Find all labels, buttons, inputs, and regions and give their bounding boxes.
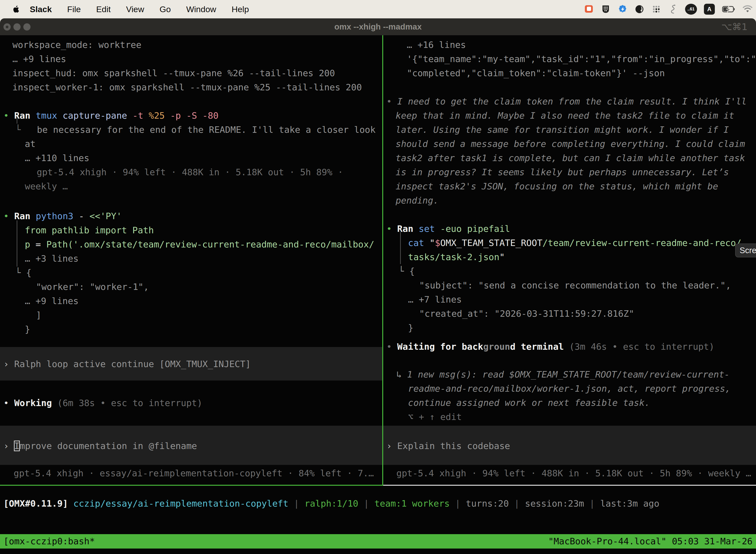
titlebar-wrap: omx --xhigh --madmax ⌥⌘1 xyxy=(0,18,756,35)
model-status-line: gpt-5.4 xhigh · 94% left · 488K in · 5.1… xyxy=(396,466,751,480)
terminal-line: pending. xyxy=(396,193,439,208)
terminal-line: "created_at": "2026-03-31T11:59:27.816Z" xyxy=(419,307,634,321)
omx-session-status-line: [OMX#0.11.9] cczip/essay/ai-reimplementa… xyxy=(3,496,659,510)
terminal-line: is in progress? It seems likely but perh… xyxy=(396,165,729,179)
terminal-line: … +9 lines xyxy=(25,294,79,308)
terminal-line: weekly … xyxy=(25,179,68,193)
terminal-line: └ { xyxy=(15,266,32,280)
block-rule xyxy=(17,220,17,267)
screen: SlackFileEditViewGoWindowHelp ..61 xyxy=(0,0,756,554)
window-title: omx --xhigh --madmax xyxy=(0,22,756,32)
terminal-line: "subject": "send a concise recommendatio… xyxy=(419,278,731,292)
terminal-line: continue assigned work or next feasible … xyxy=(408,396,650,410)
terminal-line: └ { xyxy=(398,264,415,278)
text-cursor[interactable]: I xyxy=(14,441,19,451)
terminal-line: inspect_worker-1: omx sparkshell --tmux-… xyxy=(12,80,362,94)
terminal-line: gpt-5.4 xhigh · 94% left · 488K in · 5.1… xyxy=(37,165,343,179)
terminal-line: … +3 lines xyxy=(25,252,79,266)
pane-border-inactive xyxy=(383,485,756,486)
menu-status-icons: ..61 A xyxy=(584,4,753,15)
battery-icon[interactable] xyxy=(722,4,736,14)
terminal-line: '{"team_name":"my-team","task_id":"1","f… xyxy=(407,52,756,66)
menu-item-view[interactable]: View xyxy=(126,4,144,14)
terminal-line: ] xyxy=(36,308,42,322)
terminal-line: "completed","claim_token":"claim-token"}… xyxy=(407,66,665,80)
menu-item-go[interactable]: Go xyxy=(160,4,171,14)
terminal-line: task2 after task1 is complete, but can I… xyxy=(396,151,745,165)
terminal-line: readme-and-reco/mailbox/worker-1.json, a… xyxy=(408,382,731,396)
terminal-line: inspect_hud: omx sparkshell --tmux-pane … xyxy=(12,66,335,80)
terminal-line: at xyxy=(25,137,36,151)
prompt-line: › Improve documentation in @filename xyxy=(3,439,197,453)
window-shortcut-hint: ⌥⌘1 xyxy=(721,21,748,32)
tmux-status-bar: [omx-cczip0:bash* "MacBook-Pro-44.local"… xyxy=(0,534,756,549)
menu-bar: SlackFileEditViewGoWindowHelp ..61 xyxy=(0,0,756,18)
menu-item-window[interactable]: Window xyxy=(186,4,216,14)
terminal-line: p = Path('.omx/state/team/review-current… xyxy=(25,237,374,252)
mailbox-notice-line: ↳ 1 new msg(s): read $OMX_TEAM_STATE_ROO… xyxy=(396,367,730,382)
terminal-line: cat "$OMX_TEAM_STATE_ROOT/team/review-cu… xyxy=(408,236,741,250)
ran-command-line: • Ran python3 - <<'PY' xyxy=(3,209,122,223)
badge-61-icon[interactable]: ..61 xyxy=(685,4,697,15)
prompt-line: › Explain this codebase xyxy=(386,439,510,453)
terminal-line: from pathlib import Path xyxy=(25,223,154,237)
thinking-line: • I need to get the claim token from the… xyxy=(386,94,747,108)
terminal-line: workspace_mode: worktree xyxy=(12,38,141,52)
terminal-line: … +7 lines xyxy=(408,292,462,307)
terminal-line: } xyxy=(408,321,414,335)
shield-grid-icon[interactable] xyxy=(601,4,611,14)
screenshot-app-icon[interactable] xyxy=(584,4,594,14)
wifi-icon[interactable] xyxy=(743,4,753,14)
tmux-session-label: [omx-cczip0:bash* xyxy=(3,534,95,549)
terminal-line: … +9 lines xyxy=(12,52,66,66)
working-status-line: • Working (6m 38s • esc to interrupt) xyxy=(3,396,202,410)
tmux-host-clock-label: "MacBook-Pro-44.local" 05:03 31-Mar-26 xyxy=(548,534,753,549)
terminal-line: inspect task2's JSON, focusing on the st… xyxy=(396,179,718,193)
menu-item-help[interactable]: Help xyxy=(232,4,249,14)
keyboard-layout-icon[interactable]: A xyxy=(704,4,715,15)
terminal-pane-hud: workspace_mode: worktree… +9 linesinspec… xyxy=(0,35,382,485)
dot-grid-icon[interactable] xyxy=(651,4,661,14)
apple-menu-icon[interactable] xyxy=(11,5,20,13)
terminal-line: keep that in mind. Maybe I also need the… xyxy=(396,108,734,123)
window-titlebar: omx --xhigh --madmax ⌥⌘1 xyxy=(0,18,756,35)
terminal-line: … +110 lines xyxy=(25,151,89,165)
terminal-line: tasks/task-2.json" xyxy=(408,250,505,264)
messenger-bolt-icon[interactable] xyxy=(618,4,628,14)
pane-border-active xyxy=(0,485,382,486)
pane-divider[interactable] xyxy=(382,35,383,486)
squiggle-icon[interactable] xyxy=(668,4,678,14)
terminal-line: } xyxy=(25,322,30,336)
edit-hint-line: ⌥ + ↑ edit xyxy=(408,410,462,424)
screenshot-tooltip: Scre xyxy=(735,243,756,258)
ran-command-line: • Ran tmux capture-pane -t %25 -p -S -80 xyxy=(3,108,218,123)
block-rule xyxy=(400,232,401,264)
terminal-line: … +16 lines xyxy=(407,38,466,52)
terminal-line: "worker": "worker-1", xyxy=(36,280,149,294)
menu-item-file[interactable]: File xyxy=(67,4,81,14)
terminal-line: └ be necessary for the end of the README… xyxy=(15,123,376,137)
badge-61-label: ..61 xyxy=(688,7,694,12)
model-status-line: gpt-5.4 xhigh · essay/ai-reimplementatio… xyxy=(14,466,374,480)
inject-banner-line: › Ralph loop active continue [OMX_TMUX_I… xyxy=(3,357,251,371)
menu-items: SlackFileEditViewGoWindowHelp xyxy=(30,4,249,14)
screenshot-tooltip-label: Scre xyxy=(740,246,756,255)
waiting-status-line: • Waiting for background terminal (3m 46… xyxy=(386,340,714,354)
omx-status-area: [OMX#0.11.9] cczip/essay/ai-reimplementa… xyxy=(0,486,756,534)
menu-item-app[interactable]: Slack xyxy=(30,4,52,14)
terminal-line: later. Using the same for transition mig… xyxy=(396,123,729,137)
keyboard-layout-label: A xyxy=(707,6,711,13)
crescent-app-icon[interactable] xyxy=(634,4,644,14)
menu-item-edit[interactable]: Edit xyxy=(96,4,111,14)
terminal-line: should send a message before completing … xyxy=(396,137,745,151)
terminal-pane-worker: … +16 lines'{"team_name":"my-team","task… xyxy=(383,35,756,485)
ran-command-line: • Ran set -euo pipefail xyxy=(386,222,510,236)
